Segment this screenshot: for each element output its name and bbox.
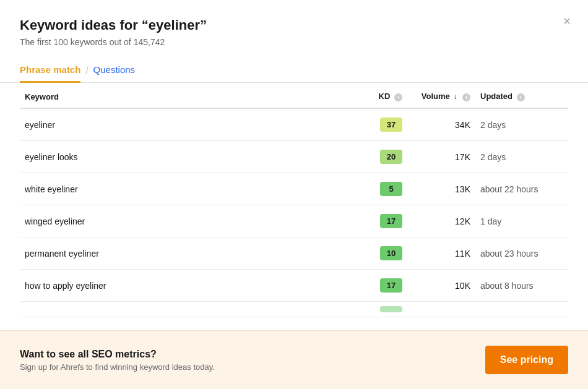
col-header-volume[interactable]: Volume ↓ i [407, 83, 475, 108]
kd-badge: 17 [380, 214, 402, 228]
table-row: how to apply eyeliner1710Kabout 8 hours [20, 270, 568, 302]
updated-info-icon[interactable]: i [517, 93, 525, 101]
tab-separator: / [80, 65, 93, 75]
keyword-cell: eyeliner looks [20, 141, 358, 173]
kd-cell: 5 [358, 173, 407, 205]
partial-kd-badge [380, 306, 402, 312]
table-row-partial [20, 302, 568, 317]
modal-header: Keyword ideas for “eyeliner” The first 1… [0, 0, 588, 58]
kd-cell: 17 [358, 270, 407, 302]
updated-cell: 2 days [475, 141, 568, 173]
volume-cell: 17K [407, 141, 475, 173]
volume-info-icon[interactable]: i [462, 93, 470, 101]
modal-title: Keyword ideas for “eyeliner” [20, 17, 568, 33]
keywords-table: Keyword KD i Volume ↓ i Updated i [20, 83, 568, 317]
keyword-cell: eyeliner [20, 108, 358, 141]
keyword-cell: permanent eyeliner [20, 237, 358, 270]
footer-text-block: Want to see all SEO metrics? Sign up for… [20, 349, 215, 372]
updated-cell: about 22 hours [475, 173, 568, 205]
updated-cell: 1 day [475, 205, 568, 237]
volume-cell: 11K [407, 237, 475, 270]
kd-badge: 5 [380, 182, 402, 196]
partial-kd-cell [358, 302, 407, 317]
footer-main-text: Want to see all SEO metrics? [20, 349, 215, 360]
table-row: eyeliner looks2017K2 days [20, 141, 568, 173]
col-header-updated[interactable]: Updated i [475, 83, 568, 108]
kd-cell: 10 [358, 237, 407, 270]
kd-info-icon[interactable]: i [394, 93, 402, 101]
volume-sort-icon: ↓ [453, 92, 457, 101]
col-header-kd[interactable]: KD i [358, 83, 407, 108]
volume-cell: 12K [407, 205, 475, 237]
kd-cell: 37 [358, 108, 407, 141]
keyword-cell: winged eyeliner [20, 205, 358, 237]
footer-banner: Want to see all SEO metrics? Sign up for… [0, 330, 588, 389]
close-icon: × [563, 14, 571, 28]
footer-sub-text: Sign up for Ahrefs to find winning keywo… [20, 362, 215, 372]
kd-badge: 20 [380, 150, 402, 164]
kd-badge: 17 [380, 278, 402, 293]
volume-cell: 10K [407, 270, 475, 302]
table-row: white eyeliner513Kabout 22 hours [20, 173, 568, 205]
keyword-cell: white eyeliner [20, 173, 358, 205]
see-pricing-button[interactable]: See pricing [485, 346, 568, 374]
tab-questions[interactable]: Questions [93, 58, 136, 83]
volume-cell: 34K [407, 108, 475, 141]
table-container: Keyword KD i Volume ↓ i Updated i [0, 83, 588, 330]
kd-cell: 20 [358, 141, 407, 173]
table-row: permanent eyeliner1011Kabout 23 hours [20, 237, 568, 270]
table-row: winged eyeliner1712K1 day [20, 205, 568, 237]
col-header-keyword: Keyword [20, 83, 358, 108]
kd-badge: 10 [380, 246, 402, 260]
volume-cell: 13K [407, 173, 475, 205]
close-button[interactable]: × [561, 12, 573, 30]
modal-container: Keyword ideas for “eyeliner” The first 1… [0, 0, 588, 389]
tab-phrase-match[interactable]: Phrase match [20, 58, 80, 83]
tabs-row: Phrase match / Questions [0, 58, 588, 83]
table-row: eyeliner3734K2 days [20, 108, 568, 141]
table-body: eyeliner3734K2 dayseyeliner looks2017K2 … [20, 108, 568, 317]
updated-cell: 2 days [475, 108, 568, 141]
table-header-row: Keyword KD i Volume ↓ i Updated i [20, 83, 568, 108]
updated-cell: about 8 hours [475, 270, 568, 302]
kd-badge: 37 [380, 118, 402, 132]
kd-cell: 17 [358, 205, 407, 237]
modal-subtitle: The first 100 keywords out of 145,742 [20, 37, 568, 47]
keyword-cell: how to apply eyeliner [20, 270, 358, 302]
updated-cell: about 23 hours [475, 237, 568, 270]
